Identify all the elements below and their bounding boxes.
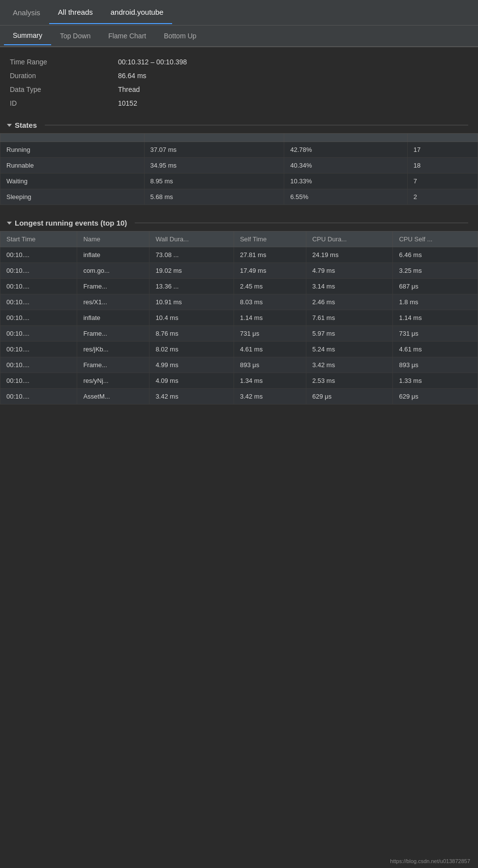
nav-item-androidyoutube[interactable]: android.youtube [102,1,173,24]
id-row: ID 10152 [10,96,468,110]
table-row[interactable]: 00:10....inflate10.4 ms1.14 ms7.61 ms1.1… [0,310,478,326]
states-table-wrapper: Running37.07 ms42.78%17Runnable34.95 ms4… [0,133,478,205]
tab-flamechart[interactable]: Flame Chart [99,27,155,45]
longest-events-collapse-icon[interactable] [7,222,12,225]
nav-item-allthreads[interactable]: All threads [49,1,102,24]
longest-events-table-wrapper: Start TimeNameWall Dura...Self TimeCPU D… [0,231,478,405]
top-nav: Analysis All threads android.youtube [0,0,478,26]
duration-row: Duration 86.64 ms [10,69,468,83]
table-row[interactable]: 00:10....com.go...19.02 ms17.49 ms4.79 m… [0,263,478,279]
states-section-title: States [15,121,37,129]
longest-events-section-title: Longest running events (top 10) [15,219,127,227]
states-collapse-icon[interactable] [7,124,12,127]
longest-events-section-header: Longest running events (top 10) [0,213,478,231]
states-col-percent [284,134,408,142]
info-section: Time Range 00:10.312 – 00:10.398 Duratio… [0,47,478,115]
table-row[interactable]: 00:10....res/jKb...8.02 ms4.61 ms5.24 ms… [0,342,478,357]
duration-label: Duration [10,72,118,80]
content-area: Time Range 00:10.312 – 00:10.398 Duratio… [0,47,478,422]
table-row[interactable]: Sleeping5.68 ms6.55%2 [0,189,478,205]
tab-topdown[interactable]: Top Down [51,27,99,45]
table-row[interactable]: 00:10....Frame...8.76 ms731 μs5.97 ms731… [0,326,478,342]
table-row[interactable]: Runnable34.95 ms40.34%18 [0,158,478,174]
id-label: ID [10,99,118,107]
tab-bar: Summary Top Down Flame Chart Bottom Up [0,26,478,47]
table-row[interactable]: 00:10....Frame...13.36 ...2.45 ms3.14 ms… [0,279,478,294]
table-row[interactable]: Running37.07 ms42.78%17 [0,142,478,158]
data-type-label: Data Type [10,86,118,93]
table-row[interactable]: 00:10....Frame...4.99 ms893 μs3.42 ms893… [0,357,478,373]
url-bar: https://blog.csdn.net/u013872857 [390,858,470,864]
states-col-occurrences [407,134,478,142]
time-range-row: Time Range 00:10.312 – 00:10.398 [10,55,468,69]
table-row[interactable]: 00:10....res/yNj...4.09 ms1.34 ms2.53 ms… [0,373,478,389]
tab-bottomup[interactable]: Bottom Up [155,27,205,45]
data-type-value: Thread [118,86,140,93]
states-col-thread-state [0,134,145,142]
time-range-label: Time Range [10,58,118,66]
states-table: Running37.07 ms42.78%17Runnable34.95 ms4… [0,133,478,205]
states-section-header: States [0,115,478,133]
id-value: 10152 [118,99,137,107]
table-row[interactable]: 00:10....inflate73.08 ...27.81 ms24.19 m… [0,247,478,263]
duration-value: 86.64 ms [118,72,147,80]
time-range-value: 00:10.312 – 00:10.398 [118,58,187,66]
table-row[interactable]: Waiting8.95 ms10.33%7 [0,174,478,189]
nav-item-analysis[interactable]: Analysis [4,1,49,24]
table-row[interactable]: 00:10....res/X1...10.91 ms8.03 ms2.46 ms… [0,294,478,310]
tab-summary[interactable]: Summary [4,27,51,45]
data-type-row: Data Type Thread [10,83,468,96]
longest-events-table: Start TimeNameWall Dura...Self TimeCPU D… [0,231,478,405]
table-row[interactable]: 00:10....AssetM...3.42 ms3.42 ms629 μs62… [0,389,478,405]
states-col-duration [144,134,284,142]
